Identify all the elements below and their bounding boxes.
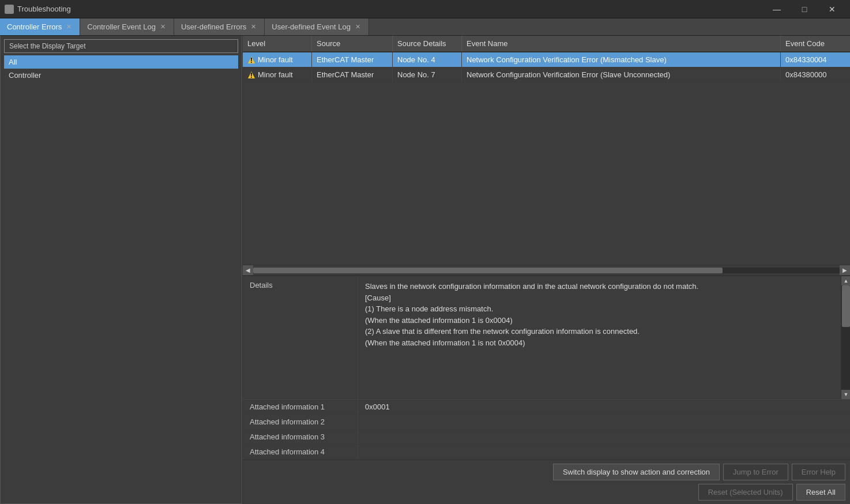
cell-source-2: EtherCAT Master [312, 67, 393, 82]
tab-close-user-defined-event-log[interactable]: ✕ [354, 23, 362, 31]
table-row[interactable]: ! Minor fault EtherCAT Master Node No. 4… [243, 52, 850, 67]
cell-source-details-2: Node No. 7 [393, 67, 462, 82]
scroll-track[interactable] [253, 268, 840, 273]
tab-user-defined-errors[interactable]: User-defined Errors ✕ [174, 18, 265, 35]
details-label: Details [243, 276, 358, 399]
tab-controller-event-log[interactable]: Controller Event Log ✕ [80, 18, 174, 35]
display-target-controller[interactable]: Controller [4, 69, 238, 82]
left-panel: Select the Display Target All Controller [0, 36, 242, 504]
attached-label-2: Attached information 2 [243, 415, 358, 429]
tab-label-controller-errors: Controller Errors [7, 22, 62, 31]
tab-close-controller-errors[interactable]: ✕ [65, 23, 73, 31]
col-header-event-name: Event Name [462, 36, 781, 51]
attached-label-3: Attached information 3 [243, 430, 358, 444]
attached-row-2: Attached information 2 [243, 415, 850, 430]
cell-event-name-1: Network Configuration Verification Error… [462, 52, 781, 67]
tab-label-user-defined-event-log: User-defined Event Log [272, 22, 351, 31]
tab-bar: Controller Errors ✕ Controller Event Log… [0, 18, 850, 36]
table-row[interactable]: ! Minor fault EtherCAT Master Node No. 7… [243, 67, 850, 82]
bottom-toolbar: Switch display to show action and correc… [243, 460, 850, 504]
maximize-button[interactable]: □ [791, 0, 818, 18]
attached-value-4 [358, 445, 850, 459]
attached-info-area: Attached information 1 0x0001 Attached i… [243, 399, 850, 460]
svg-text:!: ! [250, 71, 253, 79]
scroll-left-arrow[interactable]: ◀ [243, 265, 253, 276]
app-icon [5, 5, 14, 14]
tab-user-defined-event-log[interactable]: User-defined Event Log ✕ [265, 18, 369, 35]
toolbar-row-1: Switch display to show action and correc… [247, 464, 845, 480]
reset-all-button[interactable]: Reset All [796, 484, 845, 501]
tab-label-user-defined-errors: User-defined Errors [181, 22, 246, 31]
error-table-area: Level Source Source Details Event Name E… [243, 36, 850, 275]
cell-level-1: ! Minor fault [243, 52, 312, 67]
attached-value-1: 0x0001 [358, 400, 850, 414]
switch-display-button[interactable]: Switch display to show action and correc… [553, 464, 720, 480]
warning-icon-2: ! [247, 71, 255, 79]
details-main-area: Details Slaves in the network configurat… [243, 276, 850, 399]
tab-close-controller-event-log[interactable]: ✕ [159, 23, 167, 31]
col-header-level: Level [243, 36, 312, 51]
tab-close-user-defined-errors[interactable]: ✕ [250, 23, 257, 31]
display-target-all[interactable]: All [4, 55, 238, 69]
col-header-event-code: Event Code [781, 36, 850, 51]
scroll-right-arrow[interactable]: ▶ [840, 265, 850, 276]
details-scroll-track[interactable] [841, 285, 850, 390]
attached-row-3: Attached information 3 [243, 430, 850, 445]
tab-controller-errors[interactable]: Controller Errors ✕ [0, 18, 80, 35]
cell-event-name-2: Network Configuration Verification Error… [462, 67, 781, 82]
attached-row-1: Attached information 1 0x0001 [243, 400, 850, 415]
table-body: ! Minor fault EtherCAT Master Node No. 4… [243, 52, 850, 265]
details-scrollbar[interactable]: ▲ ▼ [841, 276, 850, 399]
col-header-source: Source [312, 36, 393, 51]
horizontal-scrollbar[interactable]: ◀ ▶ [243, 265, 850, 275]
cell-event-code-1: 0x84330004 [781, 52, 850, 67]
cell-level-2: ! Minor fault [243, 67, 312, 82]
minimize-button[interactable]: — [764, 0, 790, 18]
warning-icon-1: ! [247, 56, 255, 64]
display-target-title: Select the Display Target [4, 39, 238, 53]
scroll-thumb[interactable] [253, 268, 723, 273]
cell-source-details-1: Node No. 4 [393, 52, 462, 67]
scroll-up-arrow[interactable]: ▲ [841, 276, 850, 285]
attached-label-1: Attached information 1 [243, 400, 358, 414]
attached-value-2 [358, 415, 850, 429]
svg-text:!: ! [250, 56, 253, 64]
reset-selected-button[interactable]: Reset (Selected Units) [698, 484, 793, 501]
jump-to-error-button[interactable]: Jump to Error [723, 464, 788, 480]
close-button[interactable]: ✕ [819, 0, 845, 18]
tab-label-controller-event-log: Controller Event Log [87, 22, 156, 31]
attached-label-4: Attached information 4 [243, 445, 358, 459]
toolbar-row-2: Reset (Selected Units) Reset All [247, 484, 845, 501]
right-panel: Level Source Source Details Event Name E… [242, 36, 850, 504]
col-header-source-details: Source Details [393, 36, 462, 51]
table-header: Level Source Source Details Event Name E… [243, 36, 850, 52]
main-content: Select the Display Target All Controller… [0, 36, 850, 504]
display-target-list: All Controller [1, 54, 242, 503]
details-panel: Details Slaves in the network configurat… [243, 275, 850, 460]
attached-value-3 [358, 430, 850, 444]
app-title: Troubleshooting [17, 5, 764, 13]
error-help-button[interactable]: Error Help [792, 464, 845, 480]
details-scroll-thumb[interactable] [842, 285, 850, 327]
attached-row-4: Attached information 4 [243, 445, 850, 460]
titlebar: Troubleshooting — □ ✕ [0, 0, 850, 18]
scroll-down-arrow[interactable]: ▼ [841, 390, 850, 399]
window-controls: — □ ✕ [764, 0, 845, 18]
cell-source-1: EtherCAT Master [312, 52, 393, 67]
details-text: Slaves in the network configuration info… [358, 276, 841, 399]
cell-event-code-2: 0x84380000 [781, 67, 850, 82]
